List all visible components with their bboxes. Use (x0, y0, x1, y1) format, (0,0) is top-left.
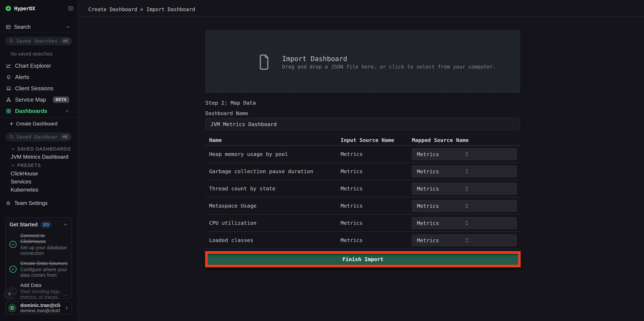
check-circle-icon (10, 241, 16, 248)
search-section-icon (6, 24, 11, 30)
mapped-source-value: Metrics (417, 203, 465, 209)
breadcrumb[interactable]: Create Dashboard > Import Dashboard (88, 6, 195, 12)
get-started-item[interactable]: Connect to ClickHouse Set up your databa… (10, 233, 68, 256)
hyperdx-logo-icon (6, 5, 11, 11)
search-icon (9, 38, 14, 43)
chevron-up-icon (66, 25, 70, 29)
sidebar-item-label: Chart Explorer (15, 63, 51, 69)
create-dashboard-label: Create Dashboard (16, 121, 58, 127)
mapping-table: Name Input Source Name Mapped Source Nam… (206, 136, 520, 249)
mapped-source-select[interactable]: Metrics (412, 166, 516, 177)
mapped-source-select[interactable]: Metrics (412, 200, 516, 212)
mapped-source-select[interactable]: Metrics (412, 217, 516, 229)
table-header-row: Name Input Source Name Mapped Source Nam… (206, 136, 520, 146)
user-account-button[interactable]: D dominic.tran@clic... dominic.tran@clic… (6, 302, 72, 315)
avatar: D (8, 304, 16, 313)
get-started-header[interactable]: Get Started 2/3 (10, 221, 68, 228)
get-started-item-desc: Configure where your data comes from (20, 267, 68, 278)
dashboard-name-value: JVM Metrics Dashboard (210, 121, 277, 127)
topbar: Create Dashboard > Import Dashboard (78, 0, 644, 16)
sidebar-item-chart-explorer[interactable]: Chart Explorer (0, 60, 78, 71)
sidebar-item-label: Alerts (15, 74, 29, 80)
gear-icon (6, 201, 11, 206)
mapped-source-select[interactable]: Metrics (412, 234, 516, 246)
collapse-sidebar-icon[interactable] (68, 5, 74, 11)
search-section-label: Search (14, 24, 30, 30)
hierarchy-icon (6, 97, 12, 103)
mapped-source-select[interactable]: Metrics (412, 148, 516, 160)
chevron-down-icon (11, 147, 15, 151)
row-name: CPU utilization (209, 220, 256, 226)
get-started-item-text: Add Data Start sending logs, metrics, or… (20, 282, 68, 299)
beta-badge: BETA (53, 96, 69, 103)
row-input-source: Metrics (340, 168, 363, 174)
sidebar-nav: Chart Explorer Alerts Client Sessions Se… (0, 60, 78, 117)
get-started-item[interactable]: Add Data Start sending logs, metrics, or… (10, 282, 68, 299)
help-button[interactable]: ? (4, 290, 14, 300)
user-texts: dominic.tran@clic... dominic.tran@clickh… (20, 303, 60, 314)
preset-list-item[interactable]: Kubernetes (11, 186, 74, 194)
sidebar-item-label: Dashboards (15, 108, 47, 114)
select-chevrons-icon (465, 237, 513, 243)
table-row: Thread count by state Metrics Metrics (206, 180, 520, 197)
chevron-up-icon (63, 222, 68, 227)
table-row: Heap memory usage by pool Metrics Metric… (206, 146, 520, 163)
presets-section-header[interactable]: PRESETS (11, 163, 41, 168)
sidebar-item-team-settings[interactable]: Team Settings (0, 199, 78, 207)
import-dropzone[interactable]: Import Dashboard Drag and drop a JSON fi… (206, 30, 520, 93)
mapped-source-value: Metrics (417, 151, 465, 157)
app-title: HyperDX (14, 5, 35, 11)
get-started-title: Get Started (10, 222, 38, 228)
table-row: Loaded classes Metrics Metrics (206, 232, 520, 249)
saved-dashboards-placeholder: Saved Dashboards (16, 134, 58, 140)
dashboard-name-label: Dashboard Name (206, 110, 248, 116)
preset-list-item[interactable]: ClickHouse (11, 169, 74, 178)
row-input-source: Metrics (340, 237, 363, 243)
column-header-input-source: Input Source Name (340, 137, 394, 143)
help-label: ? (8, 292, 11, 297)
mapped-source-select[interactable]: Metrics (412, 183, 516, 195)
mapped-source-value: Metrics (417, 220, 465, 226)
create-dashboard-button[interactable]: + Create Dashboard (0, 120, 78, 128)
table-row: CPU utilization Metrics Metrics (206, 215, 520, 232)
get-started-item[interactable]: Create Data Sources Configure where your… (10, 260, 68, 278)
divider (0, 32, 78, 32)
preset-list-item[interactable]: Services (11, 178, 74, 186)
get-started-items: Connect to ClickHouse Set up your databa… (10, 233, 68, 299)
sidebar-item-alerts[interactable]: Alerts (0, 71, 78, 83)
column-header-name: Name (209, 137, 222, 143)
sidebar-item-service-map[interactable]: Service Map BETA (0, 94, 78, 105)
sidebar-section-search[interactable]: Search (0, 23, 78, 31)
row-name: Garbage collection pause duration (209, 168, 313, 174)
shortcut-badge: ⌘K (61, 38, 70, 44)
get-started-item-desc: Set up your database connection (20, 245, 68, 256)
saved-dashboards-input[interactable]: Saved Dashboards ⌘K (6, 132, 72, 141)
user-email: dominic.tran@clickh... (20, 308, 60, 314)
row-input-source: Metrics (340, 151, 363, 157)
main-content: Import Dashboard Drag and drop a JSON fi… (78, 16, 644, 321)
select-chevrons-icon (465, 151, 513, 157)
dashboard-list-item[interactable]: JVM Metrics Dashboard (11, 153, 74, 161)
get-started-item-title: Create Data Sources (20, 260, 68, 266)
table-body: Heap memory usage by pool Metrics Metric… (206, 146, 520, 249)
get-started-item-desc: Start sending logs, metrics, or traces (20, 289, 68, 299)
sidebar-item-client-sessions[interactable]: Client Sessions (0, 83, 78, 94)
check-circle-icon (10, 266, 16, 273)
saved-dashboards-list: JVM Metrics Dashboard (11, 153, 74, 161)
app-window: HyperDX Search Saved Searches ⌘K No save… (0, 0, 644, 321)
dashboard-name-input[interactable]: JVM Metrics Dashboard (206, 118, 520, 130)
saved-searches-input[interactable]: Saved Searches ⌘K (5, 37, 72, 45)
get-started-item-text: Create Data Sources Configure where your… (20, 260, 68, 278)
mapped-source-value: Metrics (417, 168, 465, 175)
table-row: Metaspace Usage Metrics Metrics (206, 197, 520, 215)
finish-import-button[interactable]: Finish Import (208, 254, 518, 265)
chevron-right-icon (64, 306, 69, 311)
sidebar-item-dashboards[interactable]: Dashboards (0, 105, 78, 117)
grid-icon (6, 108, 12, 114)
saved-dashboards-section-header[interactable]: SAVED DASHBOARDS (11, 146, 71, 152)
annotation-highlight-box: Finish Import (205, 251, 521, 267)
row-input-source: Metrics (340, 220, 363, 226)
user-name: dominic.tran@clic... (20, 303, 60, 308)
mapped-source-value: Metrics (417, 186, 465, 192)
get-started-item-title: Connect to ClickHouse (20, 233, 68, 244)
